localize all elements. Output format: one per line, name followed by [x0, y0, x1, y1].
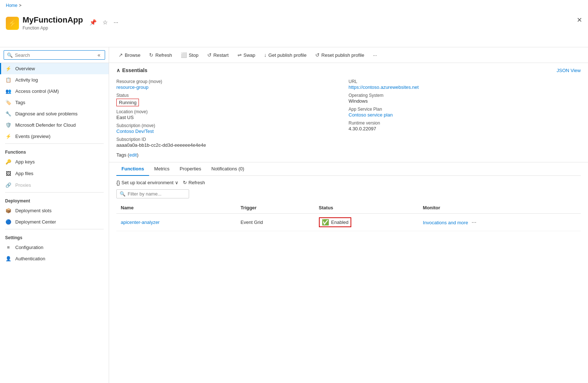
pin-button[interactable]: 📌	[88, 18, 98, 27]
search-box[interactable]: 🔍 «	[4, 50, 105, 60]
browse-button[interactable]: ↗ Browse	[115, 50, 144, 60]
resource-group-link[interactable]: resource-group	[116, 84, 148, 90]
reset-publish-label: Reset publish profile	[321, 52, 364, 58]
resource-group-label: Resource group (move)	[116, 79, 349, 84]
chevron-down-icon: ∨	[175, 180, 179, 185]
sidebar-item-label: Tags	[15, 100, 25, 105]
functions-refresh-button[interactable]: ↻ Refresh	[183, 180, 205, 185]
sidebar-section-deployment: Deployment	[0, 194, 109, 205]
sidebar-item-app-files[interactable]: 🖼 App files	[0, 167, 109, 179]
status-value: Running	[116, 98, 349, 106]
diagnose-icon: 🔧	[5, 111, 12, 117]
search-icon: 🔍	[7, 52, 13, 58]
sidebar-item-events[interactable]: ⚡ Events (preview)	[0, 131, 109, 142]
status-running-box: Running	[116, 99, 139, 106]
refresh-icon: ↻	[149, 52, 153, 58]
sidebar-item-tags[interactable]: 🏷️ Tags	[0, 97, 109, 108]
sidebar-item-defender[interactable]: 🛡️ Microsoft Defender for Cloud	[0, 119, 109, 131]
sidebar-item-deployment-center[interactable]: 🔵 Deployment Center	[0, 216, 109, 228]
app-service-plan-label: App Service Plan	[349, 107, 581, 112]
sidebar-collapse-button[interactable]: «	[96, 52, 102, 58]
favorite-button[interactable]: ☆	[101, 18, 109, 27]
sidebar-item-access-control[interactable]: 👥 Access control (IAM)	[0, 86, 109, 97]
filter-input[interactable]	[128, 191, 189, 197]
sidebar-section-settings: Settings	[0, 231, 109, 242]
sidebar-item-deployment-slots[interactable]: 📦 Deployment slots	[0, 205, 109, 216]
sidebar-item-overview[interactable]: ⚡ Overview	[0, 63, 109, 74]
app-files-icon: 🖼	[5, 170, 12, 177]
more-options-button[interactable]: ···	[112, 19, 120, 27]
restart-icon: ↺	[207, 52, 212, 58]
url-label: URL	[349, 79, 581, 84]
subscription-id-item: Subscription ID aaaa0a0a-bb1b-cc2c-dd3d-…	[116, 135, 349, 149]
url-link[interactable]: https://contoso.azurewebsites.net	[349, 84, 419, 90]
col-header-monitor: Monitor	[419, 202, 581, 214]
get-publish-label: Get publish profile	[268, 52, 307, 58]
filter-search-icon: 🔍	[120, 191, 125, 197]
get-publish-profile-button[interactable]: ↓ Get publish profile	[260, 50, 310, 60]
download-icon: ↓	[264, 52, 267, 58]
reset-publish-profile-button[interactable]: ↺ Reset publish profile	[312, 50, 368, 60]
col-header-name: Name	[116, 202, 236, 214]
toolbar-more-button[interactable]: ···	[369, 51, 381, 60]
restart-button[interactable]: ↺ Restart	[204, 50, 232, 60]
tags-icon: 🏷️	[5, 100, 12, 105]
sidebar-item-authentication[interactable]: 👤 Authentication	[0, 253, 109, 264]
filter-input-box[interactable]: 🔍	[116, 189, 189, 198]
refresh-button[interactable]: ↻ Refresh	[145, 50, 176, 60]
subscription-id-label: Subscription ID	[116, 137, 349, 142]
sidebar-item-activity-log[interactable]: 📋 Activity log	[0, 74, 109, 86]
tab-properties[interactable]: Properties	[175, 162, 206, 176]
function-name-link[interactable]: apicenter-analyzer	[121, 220, 160, 225]
sidebar-item-label: App keys	[15, 159, 35, 165]
swap-button[interactable]: ⇌ Swap	[234, 50, 259, 60]
sidebar-item-app-keys[interactable]: 🔑 App keys	[0, 156, 109, 167]
filter-area: 🔍	[116, 189, 581, 202]
close-button[interactable]: ✕	[577, 16, 582, 24]
status-enabled-content: ✅ Enabled	[322, 219, 349, 226]
app-service-plan-item: App Service Plan Contoso service plan	[349, 105, 581, 119]
search-input[interactable]	[15, 52, 94, 58]
status-enabled-label: Enabled	[331, 220, 349, 225]
tab-notifications[interactable]: Notifications (0)	[206, 162, 249, 176]
url-value: https://contoso.azurewebsites.net	[349, 84, 581, 90]
stop-button[interactable]: ⬜ Stop	[177, 50, 202, 60]
os-label: Operating System	[349, 93, 581, 98]
cell-name: apicenter-analyzer	[116, 214, 236, 231]
subscription-id-value: aaaa0a0a-bb1b-cc2c-dd3d-eeeeee4e4e4e	[116, 142, 349, 148]
refresh-circle-icon: ↻	[183, 180, 187, 185]
sidebar-item-diagnose[interactable]: 🔧 Diagnose and solve problems	[0, 108, 109, 119]
subscription-link[interactable]: Contoso Dev/Test	[116, 129, 154, 134]
sidebar-section-functions: Functions	[0, 145, 109, 156]
setup-local-env-button[interactable]: {} Set up local environment ∨	[116, 179, 179, 186]
sidebar-item-configuration[interactable]: ≡ Configuration	[0, 242, 109, 253]
sidebar-item-label: Configuration	[15, 245, 43, 250]
essentials-header: ∧ Essentials JSON View	[116, 67, 581, 73]
functions-toolbar: {} Set up local environment ∨ ↻ Refresh	[116, 176, 581, 189]
tags-edit-link[interactable]: edit	[129, 152, 137, 158]
monitor-link[interactable]: Invocations and more	[423, 220, 468, 225]
sidebar-item-label: Diagnose and solve problems	[15, 111, 77, 117]
col-header-trigger: Trigger	[236, 202, 315, 214]
essentials-collapse-icon[interactable]: ∧	[116, 67, 120, 73]
essentials-title: ∧ Essentials	[116, 67, 147, 73]
sidebar-item-label: Authentication	[15, 256, 45, 261]
restart-label: Restart	[213, 52, 229, 58]
breadcrumb-home[interactable]: Home	[6, 3, 17, 8]
title-actions: 📌 ☆ ···	[88, 18, 120, 27]
proxies-icon: 🔗	[5, 182, 12, 188]
status-item: Status Running	[116, 91, 349, 108]
tab-functions[interactable]: Functions	[116, 162, 149, 176]
row-more-button[interactable]: ···	[469, 218, 479, 226]
browse-label: Browse	[125, 52, 140, 58]
refresh-label: Refresh	[155, 52, 172, 58]
sidebar-divider-settings	[5, 229, 104, 229]
tab-metrics[interactable]: Metrics	[149, 162, 175, 176]
json-view-link[interactable]: JSON View	[557, 68, 581, 73]
sidebar: 🔍 « ⚡ Overview 📋 Activity log 👥 Access c…	[0, 47, 109, 383]
tags-label: Tags	[116, 152, 126, 158]
app-service-plan-link[interactable]: Contoso service plan	[349, 112, 393, 118]
subscription-label: Subscription (move)	[116, 123, 349, 128]
essentials-grid: Resource group (move) resource-group Sta…	[116, 78, 581, 158]
cell-status: ✅ Enabled	[315, 214, 419, 231]
